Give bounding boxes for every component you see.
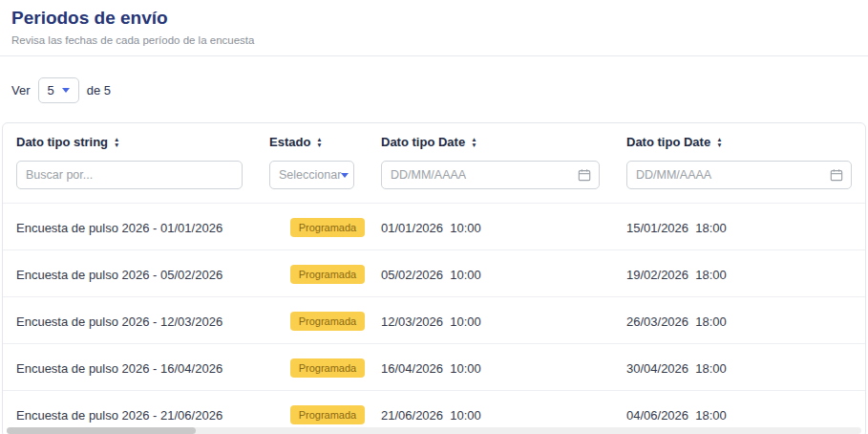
column-header-label: Dato tipo Date (626, 135, 710, 149)
calendar-icon[interactable] (830, 168, 843, 182)
table-body: Encuesta de pulso 2026 - 01/01/2026 Prog… (3, 203, 865, 434)
page-title: Periodos de envío (11, 8, 857, 29)
page-subtitle: Revisa las fechas de cada período de la … (11, 34, 857, 46)
table-row[interactable]: Encuesta de pulso 2026 - 16/04/2026 Prog… (3, 343, 865, 390)
page: Periodos de envío Revisa las fechas de c… (0, 0, 868, 434)
page-size-value: 5 (48, 83, 54, 98)
page-header: Periodos de envío Revisa las fechas de c… (0, 8, 868, 46)
table-row[interactable]: Encuesta de pulso 2026 - 05/02/2026 Prog… (3, 250, 865, 296)
sort-arrows-icon[interactable]: ▲▼ (114, 137, 119, 147)
cell-end: 19/02/2026 18:00 (613, 268, 865, 282)
column-header-label: Dato tipo Date (381, 135, 465, 149)
column-header-estado[interactable]: Estado ▲▼ (256, 135, 368, 149)
cell-end: 26/03/2026 18:00 (613, 315, 865, 329)
cell-start: 12/03/2026 10:00 (368, 315, 613, 329)
cell-start: 05/02/2026 10:00 (368, 268, 613, 282)
cell-end: 15/01/2026 18:00 (613, 221, 865, 235)
status-badge: Programada (290, 218, 366, 237)
chevron-down-icon (62, 88, 70, 93)
table-row[interactable]: Encuesta de pulso 2026 - 12/03/2026 Prog… (3, 296, 865, 343)
cell-start: 16/04/2026 10:00 (368, 361, 613, 376)
page-size-select[interactable]: 5 (38, 77, 79, 103)
cell-estado: Programada (256, 204, 368, 251)
ver-label: Ver (11, 83, 31, 98)
table-row[interactable]: Encuesta de pulso 2026 - 01/01/2026 Prog… (3, 203, 865, 250)
table-filter-row: Seleccionar (3, 159, 865, 203)
periods-table: Dato tipo string ▲▼ Estado ▲▼ Dato tipo … (2, 122, 866, 434)
cell-name: Encuesta de pulso 2026 - 16/04/2026 (3, 361, 256, 376)
column-header-label: Estado (269, 135, 310, 149)
cell-estado: Programada (256, 297, 368, 345)
table-header-row: Dato tipo string ▲▼ Estado ▲▼ Dato tipo … (3, 123, 865, 159)
column-header-date-end[interactable]: Dato tipo Date ▲▼ (613, 135, 865, 149)
status-badge: Programada (290, 405, 366, 424)
date-end-input[interactable] (626, 161, 852, 189)
status-badge: Programada (290, 265, 366, 284)
page-size-control: Ver 5 de 5 (0, 56, 868, 122)
cell-start: 21/06/2026 10:00 (368, 408, 613, 423)
cell-end: 04/06/2026 18:00 (613, 408, 865, 423)
calendar-icon[interactable] (578, 168, 591, 182)
column-header-date-start[interactable]: Dato tipo Date ▲▼ (368, 135, 613, 149)
cell-name: Encuesta de pulso 2026 - 05/02/2026 (3, 268, 256, 282)
horizontal-scrollbar-track[interactable] (7, 427, 861, 434)
chevron-down-icon (341, 173, 349, 178)
cell-estado: Programada (256, 250, 368, 298)
date-start-input[interactable] (381, 161, 600, 189)
cell-end: 30/04/2026 18:00 (613, 361, 865, 376)
cell-name: Encuesta de pulso 2026 - 12/03/2026 (3, 315, 256, 329)
sort-arrows-icon[interactable]: ▲▼ (316, 137, 322, 147)
search-input[interactable] (16, 161, 243, 189)
sort-arrows-icon[interactable]: ▲▼ (471, 137, 476, 147)
status-badge: Programada (290, 312, 366, 331)
status-badge: Programada (290, 358, 366, 378)
column-header-label: Dato tipo string (16, 135, 108, 149)
sort-arrows-icon[interactable]: ▲▼ (716, 137, 722, 147)
cell-name: Encuesta de pulso 2026 - 21/06/2026 (3, 408, 256, 423)
estado-select-placeholder: Seleccionar (279, 168, 341, 182)
total-label: de 5 (87, 83, 111, 98)
estado-select[interactable]: Seleccionar (269, 161, 354, 189)
cell-start: 01/01/2026 10:00 (368, 221, 613, 235)
horizontal-scrollbar-thumb[interactable] (7, 427, 196, 434)
column-header-string[interactable]: Dato tipo string ▲▼ (3, 135, 256, 149)
cell-name: Encuesta de pulso 2026 - 01/01/2026 (3, 221, 256, 235)
cell-estado: Programada (256, 344, 368, 392)
